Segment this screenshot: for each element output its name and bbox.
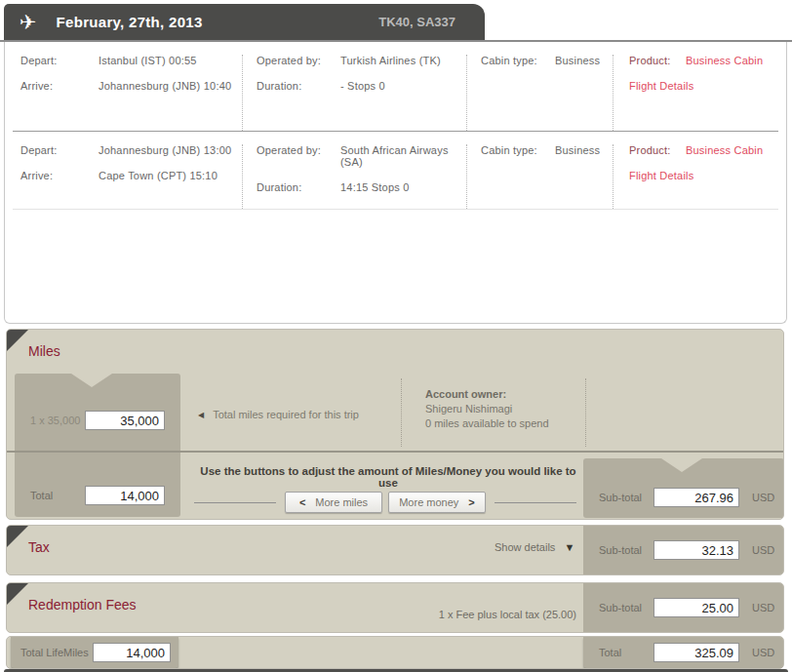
segment-row-2: Depart:Johannesburg (JNB) 13:00 Arrive:C… — [5, 132, 786, 209]
flight-details-link[interactable]: Flight Details — [629, 170, 693, 181]
redemption-fees-section: Redemption Fees 1 x Fee plus local tax (… — [6, 582, 784, 633]
operated-by-label: Operated by: — [257, 144, 340, 168]
grand-total-box: Total USD — [583, 637, 784, 668]
miles-total-box: Total — [15, 453, 180, 517]
miles-required-input[interactable] — [85, 411, 165, 430]
show-details-toggle[interactable]: Show details ▼ — [495, 541, 574, 553]
left-triangle-icon: ◀ — [198, 411, 204, 419]
depart-label: Depart: — [20, 144, 99, 156]
segment2-product: Product:Business Cabin Flight Details — [614, 144, 786, 209]
folded-corner-icon — [7, 583, 28, 605]
subtotal-label: Sub-total — [599, 544, 653, 556]
notch-pointer-icon — [71, 374, 112, 387]
account-owner-name: Shigeru Nishimagi — [425, 402, 585, 416]
duration-value: - Stops 0 — [340, 80, 385, 92]
miles-required-text: Total miles required for this trip — [213, 409, 359, 420]
segment2-times: Depart:Johannesburg (JNB) 13:00 Arrive:C… — [5, 144, 243, 209]
chevron-left-icon: < — [299, 496, 305, 508]
miles-required-box: 1 x 35,000 — [15, 374, 180, 451]
total-lifemiles-label: Total LifeMiles — [20, 647, 93, 658]
product-link[interactable]: Business Cabin — [686, 55, 763, 66]
folded-corner-icon — [7, 330, 28, 351]
cabin-type-value: Business — [555, 55, 600, 66]
product-label: Product: — [629, 144, 686, 156]
miles-total-label: Total — [30, 490, 85, 501]
total-lifemiles-box: Total LifeMiles — [11, 637, 178, 668]
operated-by-label: Operated by: — [257, 55, 340, 66]
miles-section-title: Miles — [28, 343, 60, 359]
depart-value: Johannesburg (JNB) 13:00 — [99, 144, 231, 156]
fees-subtotal-input[interactable] — [653, 598, 739, 617]
miles-subtotal-input[interactable] — [653, 488, 739, 507]
totals-section: Total LifeMiles Total USD — [6, 636, 784, 669]
account-owner-label: Account owner: — [425, 387, 585, 402]
tax-section-title: Tax — [28, 539, 50, 555]
miles-available-note: 0 miles available to spend — [425, 416, 585, 431]
total-lifemiles-input[interactable] — [93, 643, 171, 662]
segment1-product: Product:Business Cabin Flight Details — [614, 55, 786, 131]
subtotal-label: Sub-total — [599, 602, 653, 613]
depart-label: Depart: — [20, 55, 99, 66]
depart-value: Istanbul (IST) 00:55 — [99, 55, 197, 66]
more-money-label: More money — [399, 496, 458, 508]
more-money-button[interactable]: More money > — [388, 492, 486, 513]
segment2-cabin: Cabin type:Business — [467, 144, 614, 209]
adjust-buttons-row: < More miles More money > — [188, 491, 582, 514]
operated-by-value: South African Airways (SA) — [340, 144, 466, 168]
tax-section: Tax Show details ▼ Sub-total USD — [6, 525, 784, 575]
currency-label: USD — [752, 647, 774, 658]
itinerary-date: February, 27th, 2013 — [57, 14, 203, 30]
cabin-type-label: Cabin type: — [481, 144, 555, 156]
segment1-times: Depart:Istanbul (IST) 00:55 Arrive:Johan… — [5, 55, 243, 131]
miles-unit-label: 1 x 35,000 — [30, 415, 85, 426]
adjust-instruction: Use the buttons to adjust the amount of … — [192, 465, 584, 489]
redemption-fees-title: Redemption Fees — [28, 597, 137, 613]
currency-label: USD — [752, 492, 774, 503]
notch-pointer-icon — [661, 458, 702, 472]
more-miles-label: More miles — [315, 496, 368, 508]
operated-by-value: Turkish Airlines (TK) — [340, 55, 441, 66]
segment1-carrier: Operated by:Turkish Airlines (TK) Durati… — [243, 55, 467, 131]
subtotal-label: Sub-total — [599, 492, 653, 503]
miles-section: Miles 1 x 35,000 ◀ Total miles required … — [6, 329, 784, 520]
arrive-value: Cape Town (CPT) 15:10 — [99, 170, 218, 181]
slider-line-left — [194, 502, 276, 503]
currency-label: USD — [752, 602, 774, 613]
duration-label: Duration: — [257, 181, 340, 193]
arrive-label: Arrive: — [20, 170, 99, 181]
show-details-label: Show details — [495, 541, 555, 553]
duration-value: 14:15 Stops 0 — [340, 181, 410, 193]
currency-label: USD — [752, 544, 774, 556]
duration-label: Duration: — [257, 80, 340, 92]
miles-subtotal-box: Sub-total USD — [583, 458, 784, 518]
chevron-right-icon: > — [468, 496, 474, 508]
arrive-label: Arrive: — [20, 80, 99, 92]
product-label: Product: — [629, 55, 686, 66]
more-miles-button[interactable]: < More miles — [285, 492, 382, 513]
folded-corner-icon — [7, 526, 28, 547]
airplane-icon: ✈ — [20, 12, 37, 32]
segment-divider-light — [13, 209, 778, 210]
miles-required-note: ◀ Total miles required for this trip — [198, 409, 359, 420]
product-link[interactable]: Business Cabin — [686, 144, 763, 156]
grand-total-input[interactable] — [653, 643, 739, 662]
fees-subtotal-box: Sub-total USD — [583, 583, 784, 632]
chevron-down-icon: ▼ — [564, 541, 574, 553]
redemption-page: ✈ February, 27th, 2013 TK40, SA337 Depar… — [0, 0, 792, 672]
slider-line-right — [495, 502, 576, 503]
flight-numbers: TK40, SA337 — [378, 15, 455, 29]
flight-details-card: Depart:Istanbul (IST) 00:55 Arrive:Johan… — [4, 42, 787, 324]
segment-row-1: Depart:Istanbul (IST) 00:55 Arrive:Johan… — [5, 42, 786, 131]
cabin-type-label: Cabin type: — [481, 55, 555, 66]
segment1-cabin: Cabin type:Business — [467, 55, 614, 131]
flight-details-link[interactable]: Flight Details — [629, 80, 693, 92]
grand-total-label: Total — [599, 647, 653, 658]
fee-note: 1 x Fee plus local tax (25.00) — [439, 609, 576, 620]
miles-total-input[interactable] — [85, 486, 165, 505]
cabin-type-value: Business — [555, 144, 600, 156]
itinerary-header-tab: ✈ February, 27th, 2013 TK40, SA337 — [4, 4, 485, 40]
account-owner-block: Account owner: Shigeru Nishimagi 0 miles… — [401, 378, 586, 447]
arrive-value: Johannesburg (JNB) 10:40 — [99, 80, 231, 92]
tax-subtotal-box: Sub-total USD — [583, 526, 784, 574]
tax-subtotal-input[interactable] — [653, 540, 739, 560]
